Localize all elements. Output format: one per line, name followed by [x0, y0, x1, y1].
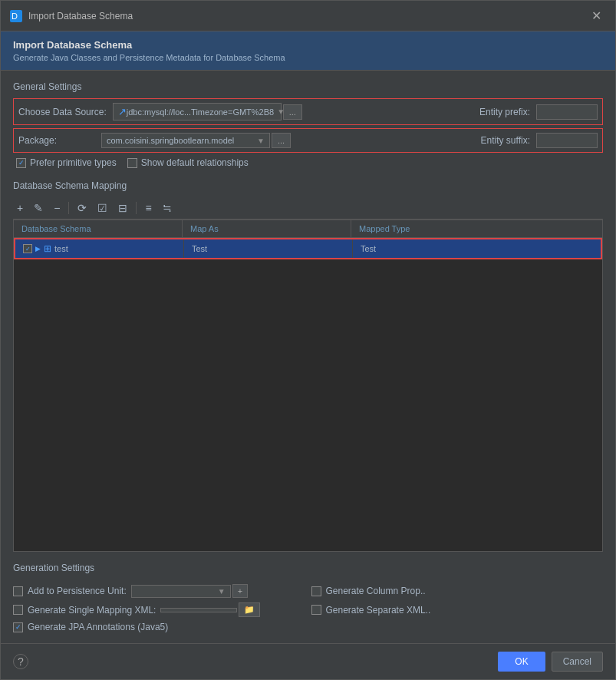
header-subtitle: Generate Java Classes and Persistence Me…	[13, 53, 603, 62]
dialog-footer: ? OK Cancel	[1, 643, 615, 679]
generate-column-checkbox[interactable]	[311, 586, 321, 596]
sort-button[interactable]: ≒	[159, 200, 176, 216]
generation-settings-section: Generation Settings Add to Persistence U…	[13, 563, 603, 632]
table-header: Database Schema Map As Mapped Type	[14, 220, 602, 238]
prefer-primitive-checkbox[interactable]	[16, 158, 26, 168]
package-dropdown[interactable]: com.coisini.springbootlearn.model ▼	[101, 133, 270, 148]
datasource-dots-button[interactable]: ...	[283, 104, 302, 120]
persistence-dropdown[interactable]: ▼	[131, 585, 231, 598]
map-as-value: Test	[192, 244, 207, 253]
single-input-group: 📁	[160, 602, 260, 617]
entity-suffix-label: Entity suffix:	[481, 135, 530, 146]
datasource-value: jdbc:mysql://loc...Timezone=GMT%2B8	[127, 107, 274, 117]
datasource-icon: ↗	[118, 106, 127, 117]
toolbar-sep-1	[68, 202, 69, 214]
map-as-cell: Test	[184, 239, 353, 258]
show-default-item[interactable]: Show default relationships	[127, 157, 249, 168]
entity-prefix-label: Entity prefix:	[479, 107, 530, 117]
generate-column-label: Generate Column Prop..	[326, 586, 426, 596]
schema-table: Database Schema Map As Mapped Type ✓ ▶ ⊞…	[13, 220, 603, 552]
schema-toolbar: + ✎ − ⟳ ☑ ⊟ ≡ ≒	[13, 197, 603, 220]
col-database-schema: Database Schema	[14, 220, 183, 237]
checkboxes-row: Prefer primitive types Show default rela…	[13, 156, 603, 170]
schema-cell: ✓ ▶ ⊞ test	[15, 239, 184, 258]
generate-column-item: Generate Column Prop..	[311, 586, 604, 596]
refresh-button[interactable]: ⟳	[74, 200, 91, 216]
add-persistence-label: Add to Persistence Unit:	[28, 586, 127, 596]
package-arrow: ▼	[257, 137, 265, 145]
persistence-arrow: ▼	[218, 587, 226, 596]
uncheck-button[interactable]: ⊟	[114, 200, 131, 216]
svg-text:D: D	[12, 12, 18, 21]
generate-jpa-label: Generate JPA Annotations (Java5)	[28, 622, 168, 632]
show-default-label: Show default relationships	[141, 157, 249, 168]
generate-single-checkbox[interactable]	[13, 605, 23, 615]
package-input-group: com.coisini.springbootlearn.model ▼ ...	[101, 133, 469, 148]
footer-left: ?	[13, 654, 28, 669]
mapped-type-cell: Test	[353, 239, 601, 258]
footer-right: OK Cancel	[498, 652, 603, 672]
row-checkbox[interactable]: ✓	[23, 244, 32, 253]
schema-name: test	[54, 244, 68, 253]
indent-button[interactable]: ≡	[141, 200, 155, 216]
expand-arrow[interactable]: ▶	[35, 245, 41, 253]
ok-button[interactable]: OK	[498, 652, 545, 672]
persistence-add-button[interactable]: +	[232, 584, 248, 598]
add-button[interactable]: +	[13, 200, 27, 216]
generate-separate-label: Generate Separate XML..	[326, 605, 431, 616]
datasource-dropdown[interactable]: ↗ jdbc:mysql://loc...Timezone=GMT%2B8 ▼	[113, 103, 282, 120]
db-schema-section: Database Schema Mapping + ✎ − ⟳ ☑ ⊟ ≡ ≒ …	[13, 180, 603, 552]
title-bar: D Import Database Schema ✕	[1, 1, 615, 31]
package-value: com.coisini.springbootlearn.model	[107, 136, 234, 145]
gen-row-3: Generate JPA Annotations (Java5)	[13, 622, 603, 632]
entity-prefix-input[interactable]	[536, 104, 598, 120]
generate-single-item: Generate Single Mapping XML: 📁	[13, 602, 305, 617]
dialog-title: Import Database Schema	[28, 11, 133, 21]
general-settings-label: General Settings	[13, 81, 603, 92]
generate-jpa-item: Generate JPA Annotations (Java5)	[13, 622, 305, 632]
package-dots-button[interactable]: ...	[272, 133, 291, 148]
edit-button[interactable]: ✎	[30, 200, 47, 216]
package-label: Package:	[18, 135, 95, 146]
generate-jpa-checkbox[interactable]	[13, 622, 23, 632]
generation-settings-label: Generation Settings	[13, 563, 603, 573]
gen-row-1: Add to Persistence Unit: ▼ + Generate Co…	[13, 584, 603, 598]
generate-separate-item: Generate Separate XML..	[311, 605, 604, 616]
check-button[interactable]: ☑	[94, 200, 111, 216]
app-icon: D	[10, 10, 22, 22]
gen-row-2: Generate Single Mapping XML: 📁 Generate …	[13, 602, 603, 617]
content: General Settings Choose Data Source: ↗ j…	[1, 71, 615, 643]
title-bar-left: D Import Database Schema	[10, 10, 133, 22]
single-dropdown[interactable]	[160, 608, 237, 612]
close-button[interactable]: ✕	[587, 7, 606, 25]
generate-separate-checkbox[interactable]	[311, 605, 321, 615]
persistence-input-group: ▼ +	[131, 584, 248, 598]
db-schema-label: Database Schema Mapping	[13, 180, 603, 191]
datasource-row: Choose Data Source: ↗ jdbc:mysql://loc..…	[13, 98, 603, 125]
add-persistence-checkbox[interactable]	[13, 586, 23, 596]
package-row: Package: com.coisini.springbootlearn.mod…	[13, 128, 603, 153]
show-default-checkbox[interactable]	[127, 158, 137, 168]
toolbar-sep-2	[136, 202, 137, 214]
header-title: Import Database Schema	[13, 39, 603, 51]
table-icon: ⊞	[44, 243, 51, 254]
generate-single-label: Generate Single Mapping XML:	[28, 605, 156, 616]
cancel-button[interactable]: Cancel	[552, 652, 603, 672]
table-row[interactable]: ✓ ▶ ⊞ test Test Test	[14, 238, 602, 259]
datasource-input-group: ↗ jdbc:mysql://loc...Timezone=GMT%2B8 ▼ …	[113, 103, 467, 120]
prefer-primitive-label: Prefer primitive types	[30, 157, 117, 168]
import-dialog: D Import Database Schema ✕ Import Databa…	[0, 0, 616, 680]
header-section: Import Database Schema Generate Java Cla…	[1, 31, 615, 71]
mapped-type-value: Test	[361, 244, 376, 253]
prefer-primitive-item[interactable]: Prefer primitive types	[16, 157, 117, 168]
single-folder-button[interactable]: 📁	[239, 602, 260, 617]
entity-suffix-input[interactable]	[536, 133, 598, 148]
general-settings-section: General Settings Choose Data Source: ↗ j…	[13, 81, 603, 170]
col-map-as: Map As	[183, 220, 351, 237]
help-button[interactable]: ?	[13, 654, 28, 669]
col-mapped-type: Mapped Type	[351, 220, 602, 237]
datasource-label: Choose Data Source:	[18, 107, 107, 117]
remove-button[interactable]: −	[50, 200, 64, 216]
add-persistence-item: Add to Persistence Unit: ▼ +	[13, 584, 305, 598]
